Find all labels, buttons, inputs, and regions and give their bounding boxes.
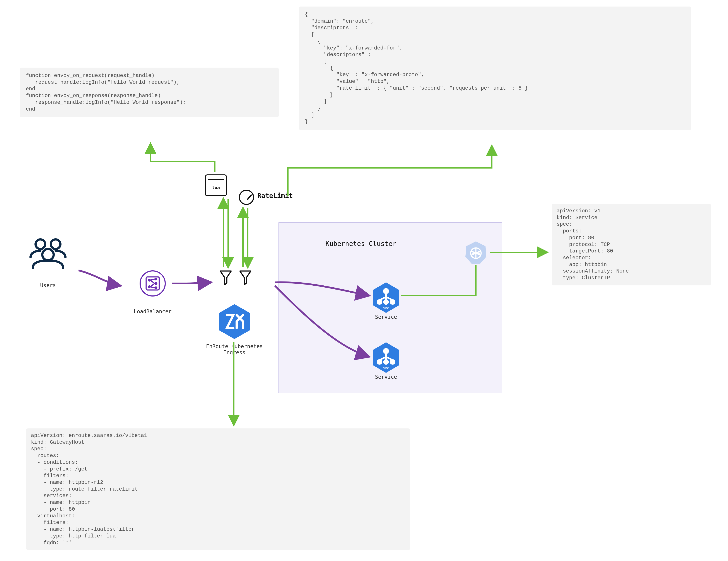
ingress-icon: ing [218, 303, 251, 340]
ratelimit-label: RateLimit [257, 192, 301, 200]
svg-point-6 [155, 278, 157, 280]
filter-icon [219, 270, 232, 285]
ratelimit-icon [239, 190, 254, 205]
connector-ratelimit-to-panel [288, 146, 492, 196]
svg-point-13 [384, 300, 388, 304]
svg-point-17 [378, 360, 381, 364]
service-icon: svc [372, 341, 400, 374]
cluster-title: Kubernetes Cluster [312, 240, 410, 247]
svg-point-16 [384, 349, 388, 353]
ingress-tag: ing [242, 330, 250, 335]
service-label: Service [372, 374, 400, 380]
gatewayhost-yaml-panel: apiVersion: enroute.saaras.io/v1beta1 ki… [26, 428, 410, 550]
service-icon: svc [372, 281, 400, 314]
loadbalancer-label: LoadBalancer [131, 309, 174, 315]
lua-code-panel: function envoy_on_request(request_handle… [20, 68, 279, 117]
svg-point-14 [391, 300, 395, 304]
kubernetes-icon [465, 240, 487, 264]
users-label: Users [26, 282, 70, 288]
service-tag: svc [383, 306, 389, 310]
svg-point-8 [155, 287, 157, 289]
svg-point-7 [155, 283, 157, 284]
svg-point-11 [384, 289, 388, 293]
svg-point-0 [36, 239, 45, 249]
service-tag: svc [383, 366, 389, 370]
ratelimit-json-panel: { "domain": "enroute", "descriptors" : [… [299, 7, 691, 130]
connector-lua-to-panel [150, 144, 215, 172]
svg-point-2 [42, 249, 54, 260]
filter-icon [239, 270, 252, 285]
svg-point-12 [378, 300, 381, 304]
service-label: Service [372, 314, 400, 320]
svg-point-19 [391, 360, 395, 364]
loadbalancer-icon [140, 270, 166, 297]
users-icon [28, 235, 68, 270]
arrow-users-to-lb [79, 270, 120, 286]
svg-point-1 [51, 239, 60, 249]
lua-file-icon [205, 174, 227, 196]
svg-point-18 [384, 360, 388, 364]
service-yaml-panel: apiVersion: v1 kind: Service spec: ports… [552, 204, 711, 285]
ingress-label: EnRoute Kubernetes Ingress [205, 343, 264, 356]
arrow-lb-to-ingress [172, 282, 210, 283]
